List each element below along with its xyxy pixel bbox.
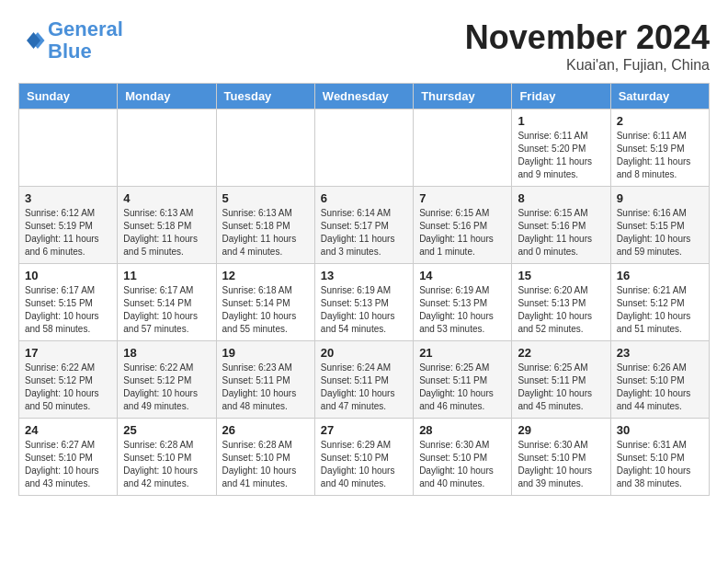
day-number: 3 bbox=[25, 191, 111, 205]
calendar-cell bbox=[414, 109, 512, 187]
day-number: 28 bbox=[419, 423, 506, 437]
calendar-cell: 11Sunrise: 6:17 AM Sunset: 5:14 PM Dayli… bbox=[118, 264, 216, 341]
calendar-cell bbox=[118, 109, 216, 187]
calendar-cell: 28Sunrise: 6:30 AM Sunset: 5:10 PM Dayli… bbox=[414, 419, 512, 496]
calendar-cell bbox=[19, 109, 118, 187]
calendar-cell: 19Sunrise: 6:23 AM Sunset: 5:11 PM Dayli… bbox=[216, 341, 314, 419]
day-info: Sunrise: 6:25 AM Sunset: 5:11 PM Dayligh… bbox=[419, 362, 506, 413]
day-info: Sunrise: 6:27 AM Sunset: 5:10 PM Dayligh… bbox=[25, 439, 111, 490]
calendar-cell: 23Sunrise: 6:26 AM Sunset: 5:10 PM Dayli… bbox=[610, 341, 709, 419]
calendar-week-1: 1Sunrise: 6:11 AM Sunset: 5:20 PM Daylig… bbox=[19, 109, 710, 187]
month-title: November 2024 bbox=[465, 18, 710, 57]
calendar-cell: 3Sunrise: 6:12 AM Sunset: 5:19 PM Daylig… bbox=[19, 187, 118, 264]
calendar-cell: 10Sunrise: 6:17 AM Sunset: 5:15 PM Dayli… bbox=[19, 264, 118, 341]
day-number: 23 bbox=[617, 346, 703, 360]
weekday-header-wednesday: Wednesday bbox=[314, 84, 413, 109]
calendar-cell: 4Sunrise: 6:13 AM Sunset: 5:18 PM Daylig… bbox=[118, 187, 216, 264]
calendar-cell: 12Sunrise: 6:18 AM Sunset: 5:14 PM Dayli… bbox=[216, 264, 314, 341]
calendar-week-2: 3Sunrise: 6:12 AM Sunset: 5:19 PM Daylig… bbox=[19, 187, 710, 264]
weekday-header-saturday: Saturday bbox=[610, 84, 709, 109]
day-info: Sunrise: 6:12 AM Sunset: 5:19 PM Dayligh… bbox=[25, 207, 111, 259]
calendar-week-5: 24Sunrise: 6:27 AM Sunset: 5:10 PM Dayli… bbox=[19, 419, 710, 496]
calendar-cell: 7Sunrise: 6:15 AM Sunset: 5:16 PM Daylig… bbox=[414, 187, 512, 264]
day-info: Sunrise: 6:17 AM Sunset: 5:14 PM Dayligh… bbox=[123, 284, 210, 336]
weekday-header-thursday: Thursday bbox=[414, 84, 512, 109]
calendar-week-4: 17Sunrise: 6:22 AM Sunset: 5:12 PM Dayli… bbox=[19, 341, 710, 419]
page-header: General Blue November 2024 Kuai'an, Fuji… bbox=[18, 18, 710, 74]
calendar-cell: 30Sunrise: 6:31 AM Sunset: 5:10 PM Dayli… bbox=[610, 419, 709, 496]
day-info: Sunrise: 6:19 AM Sunset: 5:13 PM Dayligh… bbox=[419, 284, 506, 336]
calendar-cell: 5Sunrise: 6:13 AM Sunset: 5:18 PM Daylig… bbox=[216, 187, 314, 264]
calendar-cell: 24Sunrise: 6:27 AM Sunset: 5:10 PM Dayli… bbox=[19, 419, 118, 496]
day-info: Sunrise: 6:14 AM Sunset: 5:17 PM Dayligh… bbox=[321, 207, 407, 259]
day-number: 7 bbox=[419, 191, 506, 205]
weekday-header-tuesday: Tuesday bbox=[216, 84, 314, 109]
weekday-header-friday: Friday bbox=[512, 84, 610, 109]
day-info: Sunrise: 6:19 AM Sunset: 5:13 PM Dayligh… bbox=[321, 284, 407, 336]
day-number: 1 bbox=[518, 114, 604, 128]
calendar-cell: 26Sunrise: 6:28 AM Sunset: 5:10 PM Dayli… bbox=[216, 419, 314, 496]
calendar-cell: 9Sunrise: 6:16 AM Sunset: 5:15 PM Daylig… bbox=[610, 187, 709, 264]
calendar-cell: 17Sunrise: 6:22 AM Sunset: 5:12 PM Dayli… bbox=[19, 341, 118, 419]
day-info: Sunrise: 6:30 AM Sunset: 5:10 PM Dayligh… bbox=[419, 439, 506, 490]
day-info: Sunrise: 6:31 AM Sunset: 5:10 PM Dayligh… bbox=[617, 439, 703, 490]
calendar-cell: 2Sunrise: 6:11 AM Sunset: 5:19 PM Daylig… bbox=[610, 109, 709, 187]
logo-icon bbox=[18, 27, 46, 54]
calendar-week-3: 10Sunrise: 6:17 AM Sunset: 5:15 PM Dayli… bbox=[19, 264, 710, 341]
weekday-header-row: SundayMondayTuesdayWednesdayThursdayFrid… bbox=[19, 84, 710, 109]
day-number: 27 bbox=[321, 423, 407, 437]
calendar-table: SundayMondayTuesdayWednesdayThursdayFrid… bbox=[18, 83, 710, 496]
calendar-cell: 13Sunrise: 6:19 AM Sunset: 5:13 PM Dayli… bbox=[314, 264, 413, 341]
day-number: 8 bbox=[518, 191, 604, 205]
day-number: 22 bbox=[518, 346, 604, 360]
location: Kuai'an, Fujian, China bbox=[465, 57, 710, 74]
calendar-cell: 25Sunrise: 6:28 AM Sunset: 5:10 PM Dayli… bbox=[118, 419, 216, 496]
calendar-cell: 29Sunrise: 6:30 AM Sunset: 5:10 PM Dayli… bbox=[512, 419, 610, 496]
calendar-cell bbox=[216, 109, 314, 187]
day-info: Sunrise: 6:15 AM Sunset: 5:16 PM Dayligh… bbox=[419, 207, 506, 259]
calendar-body: 1Sunrise: 6:11 AM Sunset: 5:20 PM Daylig… bbox=[19, 109, 710, 496]
day-info: Sunrise: 6:24 AM Sunset: 5:11 PM Dayligh… bbox=[321, 362, 407, 413]
weekday-header-monday: Monday bbox=[118, 84, 216, 109]
day-info: Sunrise: 6:16 AM Sunset: 5:15 PM Dayligh… bbox=[617, 207, 703, 259]
day-number: 25 bbox=[123, 423, 210, 437]
day-number: 12 bbox=[222, 269, 309, 282]
calendar-cell: 1Sunrise: 6:11 AM Sunset: 5:20 PM Daylig… bbox=[512, 109, 610, 187]
day-number: 24 bbox=[25, 423, 111, 437]
day-info: Sunrise: 6:30 AM Sunset: 5:10 PM Dayligh… bbox=[518, 439, 604, 490]
calendar-cell: 27Sunrise: 6:29 AM Sunset: 5:10 PM Dayli… bbox=[314, 419, 413, 496]
day-info: Sunrise: 6:22 AM Sunset: 5:12 PM Dayligh… bbox=[123, 362, 210, 413]
day-info: Sunrise: 6:25 AM Sunset: 5:11 PM Dayligh… bbox=[518, 362, 604, 413]
day-number: 15 bbox=[518, 269, 604, 282]
day-number: 19 bbox=[222, 346, 309, 360]
day-number: 14 bbox=[419, 269, 506, 282]
day-number: 10 bbox=[25, 269, 111, 282]
day-info: Sunrise: 6:20 AM Sunset: 5:13 PM Dayligh… bbox=[518, 284, 604, 336]
day-info: Sunrise: 6:29 AM Sunset: 5:10 PM Dayligh… bbox=[321, 439, 407, 490]
day-number: 18 bbox=[123, 346, 210, 360]
day-info: Sunrise: 6:23 AM Sunset: 5:11 PM Dayligh… bbox=[222, 362, 309, 413]
day-number: 29 bbox=[518, 423, 604, 437]
day-info: Sunrise: 6:21 AM Sunset: 5:12 PM Dayligh… bbox=[617, 284, 703, 336]
day-number: 13 bbox=[321, 269, 407, 282]
day-number: 6 bbox=[321, 191, 407, 205]
day-info: Sunrise: 6:28 AM Sunset: 5:10 PM Dayligh… bbox=[222, 439, 309, 490]
calendar-cell: 15Sunrise: 6:20 AM Sunset: 5:13 PM Dayli… bbox=[512, 264, 610, 341]
title-block: November 2024 Kuai'an, Fujian, China bbox=[465, 18, 710, 74]
calendar-cell: 16Sunrise: 6:21 AM Sunset: 5:12 PM Dayli… bbox=[610, 264, 709, 341]
calendar-cell: 8Sunrise: 6:15 AM Sunset: 5:16 PM Daylig… bbox=[512, 187, 610, 264]
day-info: Sunrise: 6:11 AM Sunset: 5:20 PM Dayligh… bbox=[518, 130, 604, 181]
day-info: Sunrise: 6:17 AM Sunset: 5:15 PM Dayligh… bbox=[25, 284, 111, 336]
weekday-header-sunday: Sunday bbox=[19, 84, 118, 109]
logo: General Blue bbox=[18, 18, 123, 63]
day-number: 4 bbox=[123, 191, 210, 205]
day-number: 20 bbox=[321, 346, 407, 360]
day-number: 26 bbox=[222, 423, 309, 437]
day-number: 5 bbox=[222, 191, 309, 205]
day-number: 21 bbox=[419, 346, 506, 360]
calendar-cell: 14Sunrise: 6:19 AM Sunset: 5:13 PM Dayli… bbox=[414, 264, 512, 341]
day-info: Sunrise: 6:28 AM Sunset: 5:10 PM Dayligh… bbox=[123, 439, 210, 490]
day-info: Sunrise: 6:22 AM Sunset: 5:12 PM Dayligh… bbox=[25, 362, 111, 413]
calendar-cell: 20Sunrise: 6:24 AM Sunset: 5:11 PM Dayli… bbox=[314, 341, 413, 419]
day-number: 16 bbox=[617, 269, 703, 282]
